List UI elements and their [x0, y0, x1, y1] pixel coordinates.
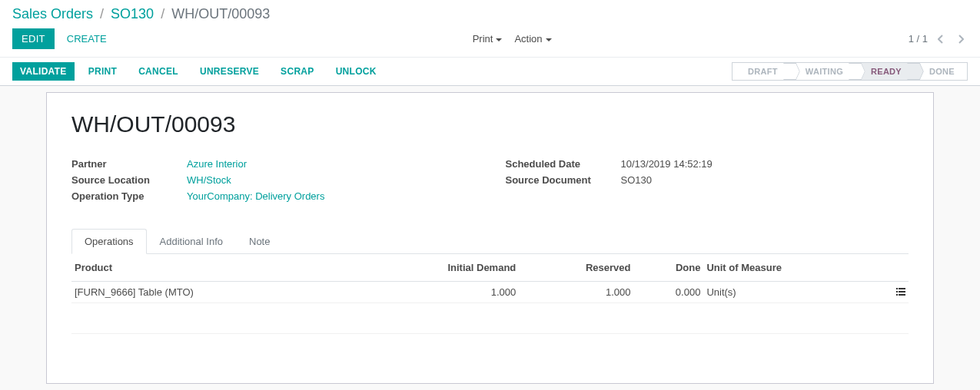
breadcrumb: Sales Orders / SO130 / WH/OUT/00093 — [0, 0, 980, 25]
col-done[interactable]: Done — [634, 254, 704, 282]
validate-button[interactable]: VALIDATE — [12, 62, 75, 81]
source-document-value: SO130 — [621, 174, 652, 186]
svg-rect-1 — [899, 288, 905, 289]
caret-down-icon — [496, 38, 502, 41]
detail-list-icon[interactable] — [896, 288, 905, 296]
svg-rect-4 — [896, 294, 898, 296]
status-bar: DRAFT WAITING READY DONE — [732, 62, 968, 81]
pager: 1 / 1 — [909, 33, 968, 45]
pager-prev[interactable] — [934, 35, 948, 44]
operation-type-value[interactable]: YourCompany: Delivery Orders — [187, 190, 324, 202]
source-document-label: Source Document — [506, 174, 621, 186]
cell-initial-demand: 1.000 — [352, 282, 519, 303]
scheduled-date-value: 10/13/2019 14:52:19 — [621, 158, 713, 170]
status-draft[interactable]: DRAFT — [732, 62, 790, 81]
tab-additional-info[interactable]: Additional Info — [147, 229, 236, 254]
source-location-label: Source Location — [71, 174, 187, 186]
col-initial-demand[interactable]: Initial Demand — [352, 254, 519, 282]
caret-down-icon — [546, 38, 552, 41]
source-location-value[interactable]: WH/Stock — [187, 174, 231, 186]
partner-label: Partner — [71, 158, 187, 170]
print-dropdown[interactable]: Print — [473, 33, 503, 45]
tab-operations[interactable]: Operations — [71, 229, 147, 254]
svg-rect-2 — [896, 291, 898, 292]
cell-reserved: 1.000 — [519, 282, 633, 303]
col-product[interactable]: Product — [71, 254, 352, 282]
breadcrumb-parent[interactable]: SO130 — [111, 6, 154, 21]
edit-button[interactable]: EDIT — [12, 28, 55, 49]
create-button[interactable]: CREATE — [58, 28, 116, 49]
record-title: WH/OUT/00093 — [71, 111, 909, 137]
operation-type-label: Operation Type — [71, 190, 187, 202]
form-sheet: WH/OUT/00093 Partner Azure Interior Sour… — [46, 92, 934, 384]
pager-next[interactable] — [954, 35, 968, 44]
action-dropdown[interactable]: Action — [514, 33, 551, 45]
unlock-button[interactable]: UNLOCK — [328, 62, 384, 81]
unreserve-button[interactable]: UNRESERVE — [192, 62, 267, 81]
tabs: Operations Additional Info Note — [71, 229, 909, 254]
print-button[interactable]: PRINT — [81, 62, 125, 81]
scrap-button[interactable]: SCRAP — [273, 62, 322, 81]
tab-note[interactable]: Note — [236, 229, 283, 254]
cell-uom: Unit(s) — [703, 282, 885, 303]
col-reserved[interactable]: Reserved — [519, 254, 633, 282]
scheduled-date-label: Scheduled Date — [506, 158, 621, 170]
cell-done: 0.000 — [634, 282, 704, 303]
breadcrumb-current: WH/OUT/00093 — [171, 6, 270, 21]
operations-table: Product Initial Demand Reserved Done Uni… — [71, 254, 909, 334]
svg-rect-5 — [899, 294, 905, 296]
svg-rect-3 — [899, 291, 905, 292]
cancel-button[interactable]: CANCEL — [131, 62, 186, 81]
partner-value[interactable]: Azure Interior — [187, 158, 247, 170]
table-row[interactable]: [FURN_9666] Table (MTO) 1.000 1.000 0.00… — [71, 282, 909, 303]
pager-count: 1 / 1 — [909, 33, 928, 45]
cell-product: [FURN_9666] Table (MTO) — [71, 282, 352, 303]
breadcrumb-root[interactable]: Sales Orders — [12, 6, 93, 21]
svg-rect-0 — [896, 288, 898, 289]
col-uom[interactable]: Unit of Measure — [703, 254, 885, 282]
